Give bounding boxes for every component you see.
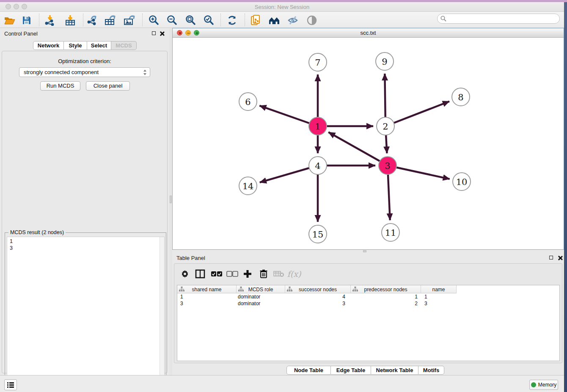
float-panel-icon[interactable] xyxy=(151,31,157,36)
add-row-icon[interactable] xyxy=(241,268,254,280)
zoom-in-icon[interactable] xyxy=(147,14,160,26)
network-window-titlebar[interactable]: scc.txt xyxy=(173,28,564,38)
graph-node-label-14: 14 xyxy=(242,181,254,191)
edge-3-1[interactable] xyxy=(328,132,388,166)
zoom-out-icon[interactable] xyxy=(165,14,178,26)
tab-network[interactable]: Network xyxy=(33,41,64,50)
cell[interactable]: dominator xyxy=(237,293,285,300)
application-window: Session: New Session xyxy=(0,0,564,392)
titlebar: Session: New Session xyxy=(0,2,564,12)
column-header-predecessor-nodes[interactable]: predecessor nodes xyxy=(351,285,421,293)
desktop-background-edge xyxy=(564,0,567,392)
clone-network-icon[interactable] xyxy=(250,14,262,26)
cell[interactable]: 4 xyxy=(285,293,351,300)
column-header-successor-nodes[interactable]: successor nodes xyxy=(285,285,351,293)
result-scrollbar[interactable] xyxy=(160,237,164,391)
zoom-selected-icon[interactable] xyxy=(202,14,215,26)
table-row[interactable]: 3dominator323 xyxy=(177,300,457,307)
select-all-icon[interactable] xyxy=(210,268,223,280)
cell[interactable]: dominator xyxy=(237,300,285,307)
select-stepper-icon xyxy=(143,69,147,76)
close-table-panel-icon[interactable] xyxy=(558,255,563,260)
graph-node-label-2: 2 xyxy=(383,121,388,132)
graph-node-label-10: 10 xyxy=(456,177,468,187)
toolbar-separator xyxy=(83,14,83,26)
toolbar-separator xyxy=(220,14,221,26)
table-row[interactable]: 1dominator411 xyxy=(177,293,457,300)
graph-node-label-7: 7 xyxy=(315,58,320,68)
float-table-panel-icon[interactable] xyxy=(549,255,554,260)
table-header-row: shared nameMCDS rolesuccessor nodesprede… xyxy=(177,285,457,293)
memory-button[interactable]: Memory xyxy=(529,380,558,390)
import-network-icon[interactable] xyxy=(44,14,56,26)
export-image-icon[interactable] xyxy=(123,14,136,26)
column-header-MCDS-role[interactable]: MCDS role xyxy=(237,285,285,293)
close-panel-icon[interactable] xyxy=(160,31,165,36)
network-canvas[interactable]: 7968124314101511 xyxy=(173,38,564,249)
open-session-icon[interactable] xyxy=(3,14,16,26)
search-input[interactable] xyxy=(437,14,560,24)
tab-motifs[interactable]: Motifs xyxy=(418,366,444,375)
tab-node-table[interactable]: Node Table xyxy=(286,366,331,375)
show-details-icon[interactable] xyxy=(306,14,318,26)
mcds-result-box[interactable]: 1 3 xyxy=(7,237,165,392)
cell[interactable]: 3 xyxy=(177,300,237,307)
column-header-name[interactable]: name xyxy=(421,285,457,293)
graph-node-label-1: 1 xyxy=(315,121,320,132)
tab-network-table[interactable]: Network Table xyxy=(371,366,418,375)
cell[interactable]: 1 xyxy=(177,293,237,300)
hide-details-icon[interactable] xyxy=(286,14,299,26)
control-panel-header: Control Panel xyxy=(0,28,169,39)
memory-label: Memory xyxy=(538,382,556,388)
task-history-button[interactable] xyxy=(4,379,17,390)
table-panel: Table Panel xyxy=(172,252,564,375)
export-network-icon[interactable] xyxy=(86,14,99,26)
edge-2-8[interactable] xyxy=(385,101,449,126)
search-icon xyxy=(440,16,446,22)
cell[interactable]: 3 xyxy=(421,300,457,307)
refresh-icon[interactable] xyxy=(226,14,239,26)
tab-mcds[interactable]: MCDS xyxy=(111,41,137,50)
close-panel-button[interactable]: Close panel xyxy=(86,81,130,91)
unselect-all-icon[interactable] xyxy=(226,268,239,280)
delete-table-icon xyxy=(272,268,285,280)
criterion-select[interactable]: strongly connected component xyxy=(19,67,150,77)
save-session-icon[interactable] xyxy=(20,14,33,26)
mcds-result-text: 1 3 xyxy=(10,238,13,251)
tab-edge-table[interactable]: Edge Table xyxy=(331,366,371,375)
table-panel-title: Table Panel xyxy=(176,255,205,261)
table-panel-body: f(x) shared nameMCDS rolesuccessor nodes… xyxy=(174,263,562,363)
delete-row-icon[interactable] xyxy=(257,268,270,280)
network-overview-icon[interactable] xyxy=(268,14,281,26)
list-icon xyxy=(7,381,14,388)
show-columns-icon[interactable] xyxy=(194,268,206,280)
graph-node-label-4: 4 xyxy=(315,161,320,171)
toolbar-separator xyxy=(142,14,143,26)
table-body: 1dominator4113dominator323 xyxy=(177,293,457,307)
export-table-icon[interactable] xyxy=(104,14,117,26)
import-table-icon[interactable] xyxy=(64,14,77,26)
column-settings-icon[interactable] xyxy=(179,268,191,280)
cell[interactable]: 1 xyxy=(421,293,457,300)
graph-node-label-9: 9 xyxy=(382,57,387,67)
criterion-value: strongly connected component xyxy=(24,69,99,75)
network-graph: 7968124314101511 xyxy=(173,38,564,249)
vertical-splitter-handle[interactable] xyxy=(170,196,172,203)
node-table: shared nameMCDS rolesuccessor nodesprede… xyxy=(177,285,560,361)
toolbar-separator xyxy=(245,14,245,26)
cell[interactable]: 3 xyxy=(285,300,351,307)
table-panel-header: Table Panel xyxy=(172,252,564,263)
edge-3-10[interactable] xyxy=(388,166,450,179)
tab-style[interactable]: Style xyxy=(64,41,87,50)
cell[interactable]: 1 xyxy=(351,293,421,300)
tab-select[interactable]: Select xyxy=(87,41,111,50)
cell[interactable]: 2 xyxy=(351,300,421,307)
graph-node-label-11: 11 xyxy=(385,228,396,238)
run-mcds-button[interactable]: Run MCDS xyxy=(40,81,80,91)
network-window-title: scc.txt xyxy=(173,30,564,36)
column-header-shared-name[interactable]: shared name xyxy=(177,285,237,293)
graph-node-label-8: 8 xyxy=(458,92,463,102)
zoom-fit-icon[interactable] xyxy=(184,14,197,26)
optimization-criterion-label: Optimization criterion: xyxy=(2,58,167,64)
background-app-strip xyxy=(0,0,567,2)
